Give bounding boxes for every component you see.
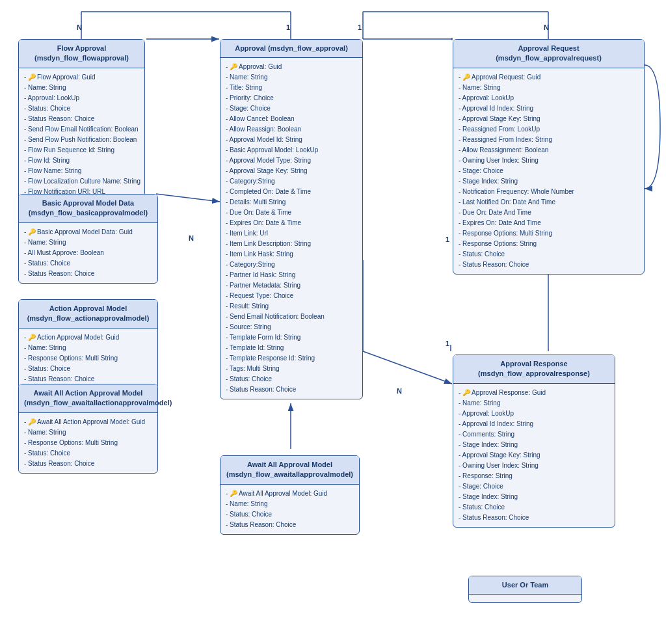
entity-approval-request-fields: - 🔑Approval Request: Guid - Name: String… [453,68,644,274]
label-1-req: 1 [446,235,449,243]
entity-flow-approval: Flow Approval(msdyn_flow_flowapproval) -… [18,39,145,202]
entity-approval-response-title: Approval Response(msdyn_flow_approvalres… [453,355,615,384]
label-n-approval-request: N [544,23,549,31]
label-n-resp: N [397,387,402,395]
entity-action-approval-model-title: Action Approval Model(msdyn_flow_actiona… [19,300,157,329]
entity-action-approval-model-fields: - 🔑Action Approval Model: Guid - Name: S… [19,329,157,388]
entity-user-or-team-title: User Or Team [469,576,581,595]
diagram-container: N 1 1 N N 1 N 1 1 N 1 Approval (msdyn_fl… [0,0,666,644]
entity-await-all-approval-title: Await All Approval Model(msdyn_flow_awai… [220,456,359,485]
entity-action-approval-model: Action Approval Model(msdyn_flow_actiona… [18,299,158,389]
label-n-basic: N [189,234,194,242]
entity-user-or-team: User Or Team [468,576,582,603]
label-1-approval-right: 1 [358,23,362,31]
entity-await-all-action-title: Await All Action Approval Model(msdyn_fl… [19,384,157,413]
entity-approval-response: Approval Response(msdyn_flow_approvalres… [453,355,615,528]
entity-basic-approval-model: Basic Approval Model Data(msdyn_flow_bas… [18,194,158,284]
entity-flow-approval-title: Flow Approval(msdyn_flow_flowapproval) [19,40,144,68]
entity-approval-response-fields: - 🔑Approval Response: Guid - Name: Strin… [453,384,615,527]
svg-line-15 [363,351,452,384]
entity-approval: Approval (msdyn_flow_approval) - 🔑Approv… [220,39,363,399]
label-1-approval: 1 [286,23,290,31]
entity-await-all-action: Await All Action Approval Model(msdyn_fl… [18,384,158,474]
entity-await-all-action-fields: - 🔑Await All Action Approval Model: Guid… [19,413,157,473]
entity-await-all-approval: Await All Approval Model(msdyn_flow_awai… [220,455,360,535]
entity-await-all-approval-fields: - 🔑Await All Approval Model: Guid - Name… [220,485,359,534]
entity-flow-approval-fields: - 🔑Flow Approval: Guid - Name: String - … [19,68,144,201]
entity-basic-approval-model-title: Basic Approval Model Data(msdyn_flow_bas… [19,195,157,223]
entity-basic-approval-model-fields: - 🔑Basic Approval Model Data: Guid - Nam… [19,223,157,283]
label-n-flow-approval: N [77,23,82,31]
entity-approval-request: Approval Request(msdyn_flow_approvalrequ… [453,39,645,275]
entity-user-or-team-fields [469,595,581,602]
label-1-resp: 1 [446,340,449,347]
entity-approval-fields: - 🔑Approval: Guid - Name: String - Title… [220,58,362,399]
svg-line-11 [156,194,220,202]
entity-approval-title: Approval (msdyn_flow_approval) [220,40,362,58]
entity-approval-request-title: Approval Request(msdyn_flow_approvalrequ… [453,40,644,68]
